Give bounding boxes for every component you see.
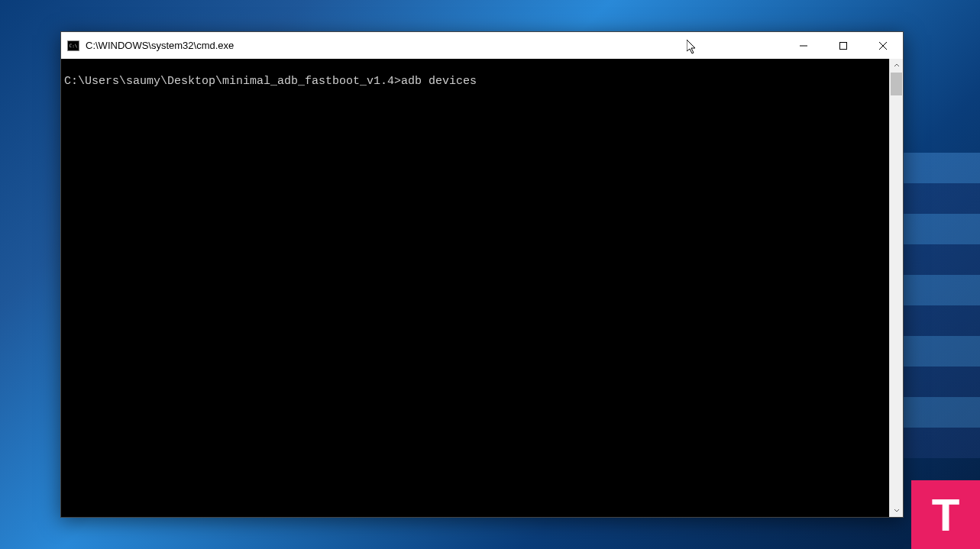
- terminal-line: C:\Users\saumy\Desktop\minimal_adb_fastb…: [64, 74, 886, 89]
- chevron-up-icon: [894, 63, 900, 69]
- minimize-icon: [799, 41, 808, 50]
- cmd-icon: [67, 40, 79, 51]
- watermark-letter: T: [932, 489, 960, 541]
- close-icon: [878, 41, 888, 50]
- watermark-badge: T: [911, 480, 980, 549]
- cmd-window: C:\WINDOWS\system32\cmd.exe C:\Us: [60, 31, 904, 518]
- chevron-down-icon: [894, 507, 900, 513]
- scroll-down-button[interactable]: [890, 503, 903, 517]
- scroll-up-button[interactable]: [890, 59, 903, 73]
- terminal-area: C:\Users\saumy\Desktop\minimal_adb_fastb…: [61, 59, 903, 517]
- scroll-track[interactable]: [890, 73, 903, 503]
- terminal-command: adb devices: [401, 75, 477, 88]
- minimize-button[interactable]: [784, 32, 823, 59]
- terminal-prompt: C:\Users\saumy\Desktop\minimal_adb_fastb…: [64, 75, 401, 88]
- window-controls: [784, 32, 903, 59]
- window-title: C:\WINDOWS\system32\cmd.exe: [86, 40, 784, 51]
- desktop-background-decoration: [904, 153, 980, 458]
- maximize-icon: [839, 41, 848, 50]
- maximize-button[interactable]: [823, 32, 863, 59]
- titlebar[interactable]: C:\WINDOWS\system32\cmd.exe: [61, 32, 903, 59]
- scroll-thumb[interactable]: [891, 73, 902, 95]
- vertical-scrollbar[interactable]: [889, 59, 903, 517]
- svg-rect-1: [840, 42, 847, 49]
- close-button[interactable]: [863, 32, 903, 59]
- terminal-body[interactable]: C:\Users\saumy\Desktop\minimal_adb_fastb…: [61, 59, 889, 517]
